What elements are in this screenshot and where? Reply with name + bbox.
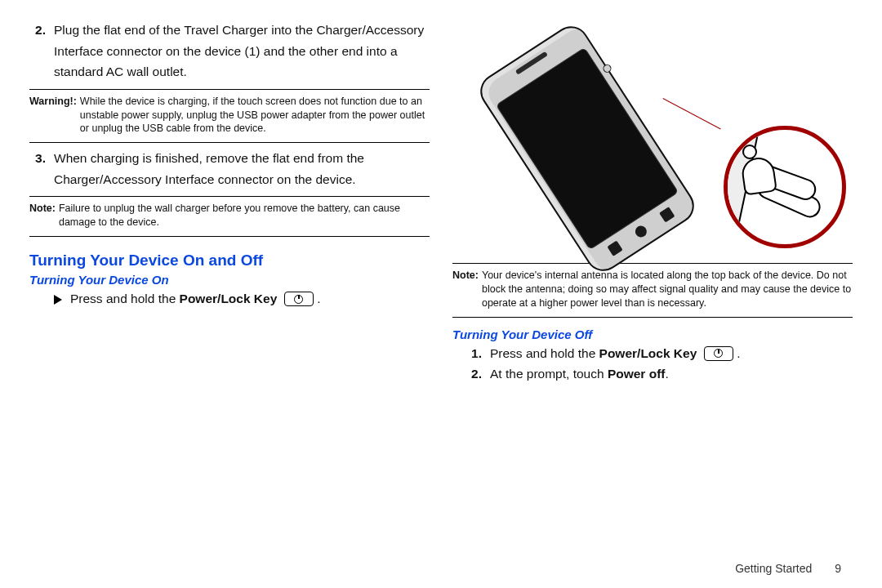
- footer-page-number: 9: [835, 562, 841, 575]
- hand-icon: [742, 163, 840, 248]
- right-column: Note: Your device's internal antenna is …: [452, 20, 853, 526]
- divider: [29, 89, 430, 90]
- callout-circle: [724, 126, 846, 248]
- step-3: 3. When charging is finished, remove the…: [29, 148, 430, 189]
- turn-on-instruction: Press and hold the Power/Lock Key .: [54, 292, 430, 307]
- subheading-off: Turning Your Device Off: [452, 327, 853, 341]
- step-3-number: 3.: [29, 148, 46, 189]
- divider: [452, 263, 853, 264]
- turn-off-step-2: 2. At the prompt, touch Power off.: [469, 367, 853, 381]
- antenna-note-box: Note: Your device's internal antenna is …: [452, 269, 853, 310]
- bullet-triangle-icon: [54, 295, 62, 305]
- two-column-layout: 2. Plug the flat end of the Travel Charg…: [29, 20, 853, 526]
- step-2-number: 2.: [29, 20, 46, 82]
- off-step1-text: Press and hold the Power/Lock Key .: [490, 346, 741, 362]
- step-2: 2. Plug the flat end of the Travel Charg…: [29, 20, 430, 82]
- note-text: Failure to unplug the wall charger befor…: [59, 202, 430, 229]
- heading-on-off: Turning Your Device On and Off: [29, 252, 430, 270]
- note-box: Note: Failure to unplug the wall charger…: [29, 202, 430, 229]
- subheading-on: Turning Your Device On: [29, 273, 430, 287]
- note-label: Note:: [29, 202, 56, 229]
- power-lock-key-icon: [284, 292, 314, 306]
- note-label: Note:: [452, 269, 479, 310]
- warning-text: While the device is charging, if the tou…: [80, 95, 430, 136]
- turn-off-step-1: 1. Press and hold the Power/Lock Key .: [469, 346, 853, 362]
- left-column: 2. Plug the flat end of the Travel Charg…: [29, 20, 430, 526]
- power-button-icon: [742, 145, 757, 159]
- divider: [29, 236, 430, 237]
- divider: [29, 196, 430, 197]
- power-lock-key-icon: [704, 346, 733, 361]
- step-3-text: When charging is finished, remove the fl…: [54, 148, 430, 189]
- warning-box: Warning!: While the device is charging, …: [29, 95, 430, 136]
- footer-section-name: Getting Started: [735, 562, 812, 575]
- divider: [452, 317, 853, 318]
- step-2-text: Plug the flat end of the Travel Charger …: [54, 20, 430, 82]
- warning-label: Warning!:: [29, 95, 77, 136]
- off-step2-text: At the prompt, touch Power off.: [490, 367, 669, 381]
- page-footer: Getting Started 9: [735, 562, 841, 575]
- device-illustration: [452, 20, 853, 256]
- divider: [29, 142, 430, 143]
- turn-on-text: Press and hold the Power/Lock Key .: [70, 292, 321, 307]
- antenna-note-text: Your device's internal antenna is locate…: [482, 269, 853, 310]
